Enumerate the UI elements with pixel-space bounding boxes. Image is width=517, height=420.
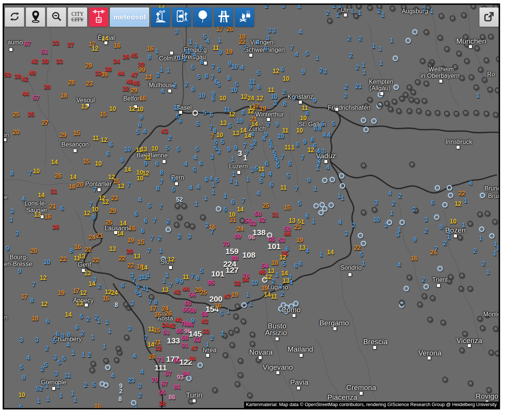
station-value: 2 [41,366,44,372]
station-value: 1 [178,55,181,61]
station-ring [190,224,195,229]
city-label: on [3,314,8,321]
station-value: 1 [212,182,215,188]
station-value: 14 [89,281,95,287]
highway-layer-button[interactable] [214,8,233,27]
station-ring [493,112,499,118]
city-marker [437,284,440,287]
station-ring [489,233,495,239]
station-value: 24 [89,234,95,240]
station-value: 6 [299,261,302,267]
station-value: 7 [267,122,270,128]
share-icon [483,11,495,24]
station-value: 1 [159,248,163,254]
city-label: Bergamo [320,319,349,327]
station-value: 6 [155,161,159,167]
city-labels-toggle[interactable]: CITY CITY [68,8,87,27]
station-ring [422,293,427,299]
station-value: 14 [65,312,72,318]
station-value: 159 [225,247,238,255]
observer-layer-button[interactable] [151,8,170,27]
meteosol-button[interactable]: meteosol [110,8,149,27]
station-value: 14 [102,36,109,42]
station-value: 20 [30,248,37,254]
city-marker [297,386,300,390]
station-value: 31 [272,212,279,218]
station-value: 14 [244,133,251,139]
station-ring [480,193,485,198]
station-ring [459,75,465,81]
station-value: 32 [122,86,129,92]
station-ring [477,316,483,322]
balloon-layer-button[interactable] [193,8,212,27]
station-ring [384,101,390,106]
station-value: 1 [45,383,49,389]
station-value: 12 [241,94,247,100]
station-value: 57 [33,95,39,101]
station-ring [444,46,450,52]
station-value: 54 [261,263,268,269]
city-label: Besançon [62,141,89,148]
station-ring [407,275,412,280]
station-value: 7 [291,45,294,51]
station-value: 10 [296,128,303,134]
locate-button[interactable] [26,8,45,27]
station-ring [454,111,459,116]
station-value: 1 [430,8,434,14]
station-value: 4 [197,184,200,190]
station-ring [393,85,399,90]
station-ring [356,3,362,9]
station-value: 15 [102,296,109,302]
station-value: 7 [151,236,154,242]
station-value: 6 [46,318,50,324]
station-value: 11 [280,185,287,191]
station-layer-button[interactable]: °C [89,8,108,27]
station-value: 5 [80,314,83,320]
mobile-report-button[interactable] [172,8,191,27]
city-marker [276,371,280,375]
station-value: 1 [246,177,250,183]
station-value: 6 [138,122,142,128]
station-value: 6 [231,199,235,205]
wind-vane-thermometer-icon: °C [92,10,105,25]
city-label: Winterthur [255,111,284,118]
station-value: 1 [336,12,340,18]
station-ring [223,352,228,358]
station-value: 5 [216,177,219,183]
station-ring [477,212,483,217]
station-value: 5 [221,139,225,145]
station-value: 9 [303,139,307,145]
station-ring [405,38,411,44]
station-value: 19 [231,292,238,298]
station-value: 6 [258,84,261,90]
station-ring [482,77,487,83]
station-value: 16 [154,312,161,318]
station-value: 14 [70,174,77,180]
station-value: 8 [311,137,314,143]
station-value: 67 [24,41,31,47]
station-value: 60 [184,301,191,307]
station-value: 37 [67,42,74,48]
station-value: 7 [301,155,304,161]
city-label: Rovigo [476,392,498,400]
station-value: 31 [50,189,57,195]
zoom-out-button[interactable] [47,8,66,27]
station-value: 4 [251,131,254,137]
refresh-button[interactable] [5,8,24,27]
station-value: 1 [97,318,101,324]
weather-map[interactable]: aumoÉpinalColmarMulhouseVesoulBelfortBes… [3,3,500,409]
station-value: 1 [462,222,466,228]
station-value: 2 [482,261,485,267]
station-value: 1 [479,236,482,242]
meteosol-logo: meteosol [113,13,146,21]
station-value: 1 [243,154,247,162]
station-value: 9 [18,268,21,274]
station-value: 1 [189,39,193,45]
station-value: 26 [226,26,233,32]
station-value: 23 [86,81,93,87]
share-button[interactable] [479,8,499,27]
station-value: 24 [247,95,254,101]
station-value: 4 [140,369,144,375]
station-value: 1 [139,291,142,297]
fire-layer-button[interactable] [235,8,254,27]
